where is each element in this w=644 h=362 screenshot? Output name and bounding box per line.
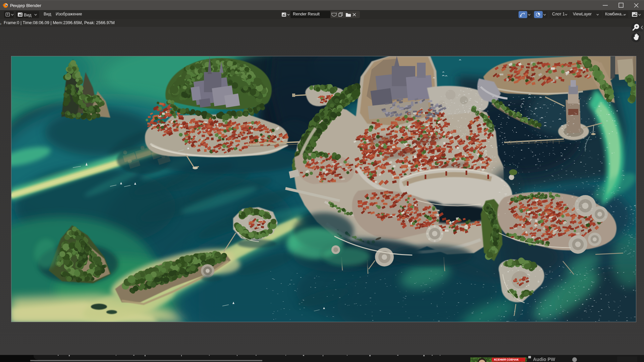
- svg-text:КСЕНИЯ СОБЧАК: КСЕНИЯ СОБЧАК: [494, 358, 519, 361]
